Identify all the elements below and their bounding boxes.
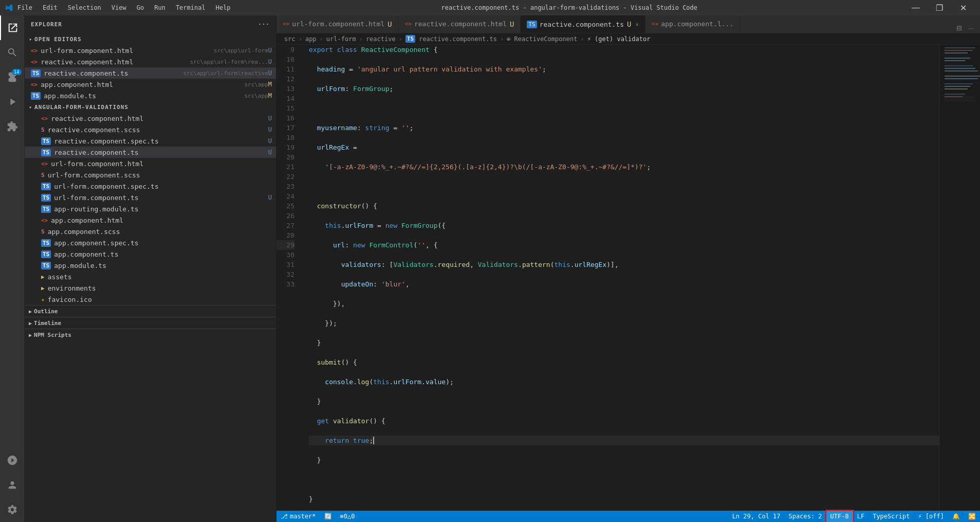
language-mode[interactable]: TypeScript [868, 511, 914, 522]
file-name: favicon.ico [48, 296, 276, 303]
open-editors-label: Open Editors [34, 36, 81, 43]
tab-reactive-html[interactable]: <> reactive.component.html U [399, 15, 521, 33]
split-editor-button[interactable]: ⊟ [954, 23, 964, 33]
menu-go[interactable]: Go [133, 3, 148, 12]
tabs-bar: <> url-form.component.html U <> reactive… [276, 15, 980, 33]
file-path: src\app\url-form [214, 47, 268, 54]
file-reactive-scss[interactable]: S reactive.component.scss U [25, 124, 276, 135]
open-editors-section[interactable]: ▾ Open Editors [25, 33, 276, 45]
activity-search[interactable] [0, 40, 25, 65]
timeline-header[interactable]: ▶ Timeline [25, 317, 276, 329]
git-branch[interactable]: ⎇ master* [276, 511, 320, 522]
editor-area: <> url-form.component.html U <> reactive… [276, 15, 980, 522]
cursor-position-label: Ln 29, Col 17 [732, 513, 781, 520]
window-title: reactive.component.ts - angular-form-val… [235, 4, 904, 11]
breadcrumb-method[interactable]: ⚡ (get) validator [587, 35, 651, 43]
breadcrumb-file[interactable]: reactive.component.ts [419, 35, 497, 43]
breadcrumb-url-form[interactable]: url-form [326, 35, 356, 43]
file-path: src\app\url-form\reactive [183, 70, 268, 77]
menu-file[interactable]: File [13, 3, 36, 12]
minimize-button[interactable]: — [904, 0, 928, 15]
file-url-form-ts[interactable]: TS url-form.component.ts U [25, 192, 276, 203]
scss-icon: S [41, 172, 45, 178]
close-button[interactable]: ✕ [951, 0, 975, 15]
sync-button[interactable]: 🔄 [320, 511, 336, 522]
file-name: app.component.scss [48, 228, 276, 236]
file-name: reactive.component.spec.ts [54, 137, 268, 145]
file-reactive-ts[interactable]: TS reactive.component.ts U [25, 147, 276, 158]
cursor-position[interactable]: Ln 29, Col 17 [728, 511, 785, 522]
file-name: reactive.component.ts [44, 69, 180, 77]
activity-settings[interactable] [0, 497, 25, 522]
more-actions-button[interactable]: ··· [966, 23, 976, 33]
file-reactive-spec[interactable]: TS reactive.component.spec.ts U [25, 135, 276, 147]
file-app-html[interactable]: <> app.component.html [25, 214, 276, 226]
file-reactive-html[interactable]: <> reactive.component.html U [25, 113, 276, 124]
breadcrumb-reactive[interactable]: reactive [366, 35, 396, 43]
file-url-form-spec[interactable]: TS url-form.component.spec.ts [25, 181, 276, 192]
open-editor-app-module[interactable]: TS app.module.ts src\app M [25, 90, 276, 101]
file-app-routing[interactable]: TS app-routing.module.ts [25, 203, 276, 214]
ts-icon: TS [41, 137, 51, 145]
folder-environments[interactable]: ▶ environments [25, 282, 276, 294]
open-editor-url-form-html[interactable]: <> url-form.component.html src\app\url-f… [25, 45, 276, 56]
activity-source-control[interactable]: 14 [0, 65, 25, 89]
badge-u: U [268, 58, 276, 65]
menu-help[interactable]: Help [212, 3, 235, 12]
svg-rect-9 [945, 78, 978, 79]
tab-app-component[interactable]: <> app.component.l... [645, 15, 740, 33]
file-url-form-html[interactable]: <> url-form.component.html [25, 158, 276, 169]
menu-edit[interactable]: Edit [39, 3, 62, 12]
file-name: reactive.component.scss [48, 126, 268, 134]
menu-terminal[interactable]: Terminal [172, 3, 210, 12]
prettier[interactable]: ⚡ [off] [914, 511, 948, 522]
errors-warnings[interactable]: ⊗ 0 △ 0 [336, 511, 359, 522]
breadcrumb-app[interactable]: app [305, 35, 317, 43]
file-name: app.component.html [51, 217, 276, 224]
open-editor-app-html[interactable]: <> app.component.html src\app M [25, 79, 276, 90]
outline-header[interactable]: ▶ Outline [25, 305, 276, 317]
activity-extensions[interactable] [0, 114, 25, 139]
folder-section-header[interactable]: ▾ Angular-Form-Validations [25, 101, 276, 113]
line-ending[interactable]: LF [853, 511, 868, 522]
activity-explorer[interactable] [0, 15, 25, 40]
language-label: TypeScript [873, 513, 910, 520]
activity-accounts[interactable] [0, 473, 25, 497]
file-app-spec[interactable]: TS app.component.spec.ts [25, 237, 276, 248]
file-app-module[interactable]: TS app.module.ts [25, 260, 276, 271]
notifications[interactable]: 🔔 [948, 511, 964, 522]
menu-selection[interactable]: Selection [64, 3, 105, 12]
warning-count: 0 [351, 513, 355, 520]
menu-run[interactable]: Run [150, 3, 170, 12]
activity-run[interactable] [0, 89, 25, 114]
sidebar-more-button[interactable]: ··· [258, 21, 270, 28]
file-app-scss[interactable]: S app.component.scss [25, 226, 276, 237]
close-tab-icon[interactable]: ✕ [635, 21, 639, 28]
tab-reactive-ts[interactable]: TS reactive.component.ts U ✕ [521, 15, 645, 33]
svg-rect-6 [945, 68, 975, 69]
encoding[interactable]: UTF-8 [826, 511, 853, 522]
code-content[interactable]: export class ReactiveComponent { heading… [305, 45, 939, 511]
file-name: app.component.spec.ts [54, 239, 276, 247]
line-numbers: 9 10 11 12 13 14 15 16 17 18 19 20 21 22… [276, 45, 305, 511]
open-editor-reactive-ts[interactable]: ✕ TS reactive.component.ts src\app\url-f… [25, 67, 276, 79]
breadcrumb-src[interactable]: src [284, 35, 295, 43]
menu-view[interactable]: View [107, 3, 131, 12]
npm-scripts-header[interactable]: ▶ NPM Scripts [25, 329, 276, 340]
maximize-button[interactable]: ❐ [928, 0, 951, 15]
breadcrumb-class[interactable]: ⊕ ReactiveComponent [507, 35, 577, 43]
indentation[interactable]: Spaces: 2 [785, 511, 826, 522]
file-url-form-scss[interactable]: S url-form.component.scss [25, 169, 276, 181]
tab-url-form-html[interactable]: <> url-form.component.html U [276, 15, 399, 33]
activity-remote[interactable] [0, 448, 25, 473]
outline-section: ▶ Outline [25, 305, 276, 317]
file-name: url-form.component.html [41, 47, 211, 55]
open-editor-reactive-html[interactable]: <> reactive.component.html src\app\url-f… [25, 56, 276, 67]
folder-assets[interactable]: ▶ assets [25, 271, 276, 282]
file-app-ts[interactable]: TS app.component.ts [25, 248, 276, 260]
remote-button[interactable]: 🔀 [964, 511, 980, 522]
badge-u: U [268, 47, 276, 54]
file-favicon[interactable]: ★ favicon.ico [25, 294, 276, 305]
file-name: url-form.component.html [51, 160, 276, 168]
code-editor[interactable]: 9 10 11 12 13 14 15 16 17 18 19 20 21 22… [276, 45, 980, 511]
